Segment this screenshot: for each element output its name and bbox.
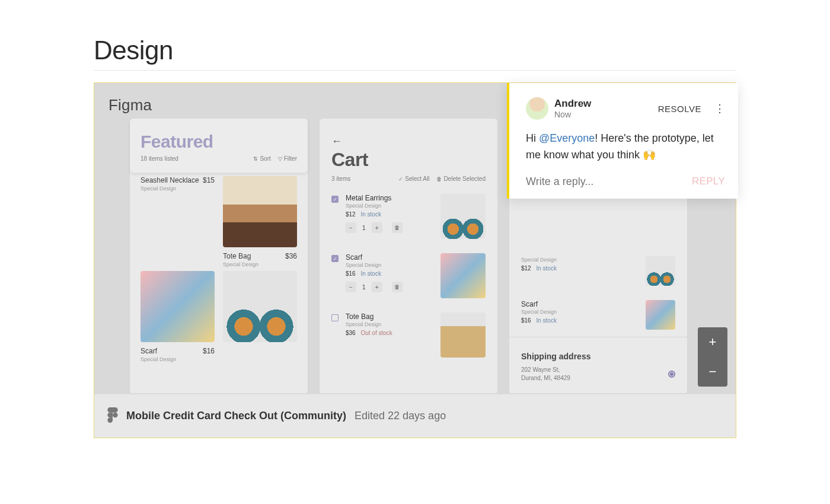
zoom-in-button[interactable]: + (698, 327, 727, 357)
filter-icon: ▽ (278, 156, 282, 162)
qty-increase-button[interactable]: + (372, 282, 382, 292)
remove-item-button[interactable]: 🗑 (392, 222, 403, 233)
product-name: Seashell Necklace (141, 176, 199, 184)
featured-count: 18 items listed (141, 155, 178, 162)
checkout-item-stock: In stock (536, 265, 556, 272)
checkout-item-name: Scarf (521, 300, 646, 308)
cart-title: Cart (320, 148, 497, 171)
qty-value: 1 (360, 284, 368, 291)
artboard-featured[interactable]: Featured 18 items listed ⇅Sort ▽Filter S… (130, 119, 308, 393)
cart-item-sub: Special Design (346, 262, 433, 268)
checkout-item-image (646, 256, 675, 286)
checkbox[interactable]: ✓ (331, 255, 339, 262)
figma-embed-card: Figma Featured 18 items listed ⇅Sort ▽Fi… (94, 82, 736, 438)
product-name: Tote Bag (223, 252, 251, 260)
card-footer: Mobile Credit Card Check Out (Community)… (94, 394, 736, 438)
cart-item-price: $16 (346, 270, 356, 277)
avatar (526, 97, 548, 120)
comment-card: Andrew Now RESOLVE ⋮ Hi @Everyone! Here'… (507, 83, 738, 199)
cart-item-image (440, 253, 486, 298)
checkout-item-stock: In stock (536, 317, 556, 324)
cart-item-image (440, 312, 486, 358)
reply-input[interactable] (526, 176, 692, 188)
product-sub: Special Design (223, 261, 297, 267)
back-icon[interactable]: ← (320, 119, 497, 148)
cart-item-stock: In stock (360, 270, 381, 277)
qty-decrease-button[interactable]: − (346, 282, 356, 292)
checkout-item-price: $12 (521, 265, 531, 272)
checkbox[interactable]: ✓ (331, 196, 339, 203)
product-card[interactable]: Tote Bag $36 Special Design (223, 176, 297, 267)
mention[interactable]: @Everyone (539, 132, 595, 144)
shipping-address-line1: 202 Wayne St, (521, 366, 570, 374)
product-name: Scarf (141, 347, 157, 355)
cart-item: ✓ Metal Earrings Special Design $12 In s… (331, 188, 486, 247)
product-price: $16 (203, 347, 215, 355)
cart-item-name: Metal Earrings (346, 194, 433, 202)
checkbox[interactable] (331, 314, 339, 321)
cart-item-sub: Special Design (346, 203, 433, 209)
sort-button[interactable]: ⇅Sort (253, 155, 270, 162)
product-card[interactable] (223, 271, 297, 362)
comment-author: Andrew (554, 98, 652, 110)
product-card[interactable]: Scarf $16 Special Design (141, 271, 215, 362)
more-icon[interactable]: ⋮ (714, 102, 725, 115)
cart-item-price: $12 (346, 211, 356, 218)
cart-item-name: Scarf (346, 253, 433, 261)
file-name[interactable]: Mobile Credit Card Check Out (Community) (126, 410, 346, 422)
qty-decrease-button[interactable]: − (346, 222, 356, 233)
cart-item: ✓ Scarf Special Design $16 In stock − 1 (331, 247, 486, 307)
featured-title: Featured (141, 132, 297, 152)
artboard-cart[interactable]: ← Cart 3 items ✓Select All 🗑Delete Selec… (320, 119, 497, 393)
reply-button[interactable]: REPLY (692, 176, 725, 187)
zoom-out-button[interactable]: − (698, 357, 727, 387)
product-price: $15 (203, 176, 215, 184)
shipping-radio[interactable] (668, 371, 675, 378)
cart-item-name: Tote Bag (346, 312, 433, 321)
checkout-item-sub: Special Design (521, 257, 646, 263)
checkout-item: Scarf Special Design $16 In stock (521, 293, 675, 337)
cart-item-sub: Special Design (346, 321, 433, 327)
delete-selected-button[interactable]: 🗑Delete Selected (436, 176, 486, 182)
sort-icon: ⇅ (253, 156, 258, 162)
cart-item-image (440, 194, 486, 239)
checkout-item-price: $16 (521, 317, 531, 324)
filter-button[interactable]: ▽Filter (278, 155, 297, 162)
remove-item-button[interactable]: 🗑 (392, 282, 403, 292)
select-all-button[interactable]: ✓Select All (398, 176, 429, 182)
page-title: Design (94, 36, 736, 70)
comment-time: Now (554, 110, 652, 119)
product-price: $36 (285, 252, 297, 260)
zoom-controls: + − (698, 327, 727, 387)
qty-value: 1 (360, 225, 368, 231)
comment-body: Hi @Everyone! Here's the prototype, let … (526, 120, 725, 176)
shipping-address-line2: Durand, MI, 48429 (521, 374, 570, 382)
product-sub: Special Design (141, 356, 215, 362)
product-sub: Special Design (141, 186, 215, 192)
cart-count: 3 items (331, 176, 350, 182)
cart-item-stock: Out of stock (360, 330, 392, 336)
trash-icon: 🗑 (436, 176, 442, 182)
cart-item-price: $36 (346, 330, 356, 336)
divider (94, 70, 736, 71)
product-image (223, 271, 297, 342)
checkout-item: Special Design $12 In stock (521, 249, 675, 293)
product-image (141, 271, 215, 342)
cart-item-stock: In stock (360, 211, 381, 218)
product-image (223, 176, 297, 247)
product-card[interactable]: Seashell Necklace $15 Special Design (141, 176, 215, 267)
cart-item: Tote Bag Special Design $36 Out of stock (331, 307, 486, 366)
resolve-button[interactable]: RESOLVE (658, 104, 701, 114)
shipping-title: Shipping address (521, 352, 675, 361)
checkout-item-image (646, 300, 675, 330)
check-icon: ✓ (398, 176, 403, 182)
edited-time: Edited 22 days ago (355, 410, 446, 422)
checkout-item-sub: Special Design (521, 309, 646, 315)
figma-icon (107, 407, 118, 425)
qty-increase-button[interactable]: + (372, 222, 382, 233)
